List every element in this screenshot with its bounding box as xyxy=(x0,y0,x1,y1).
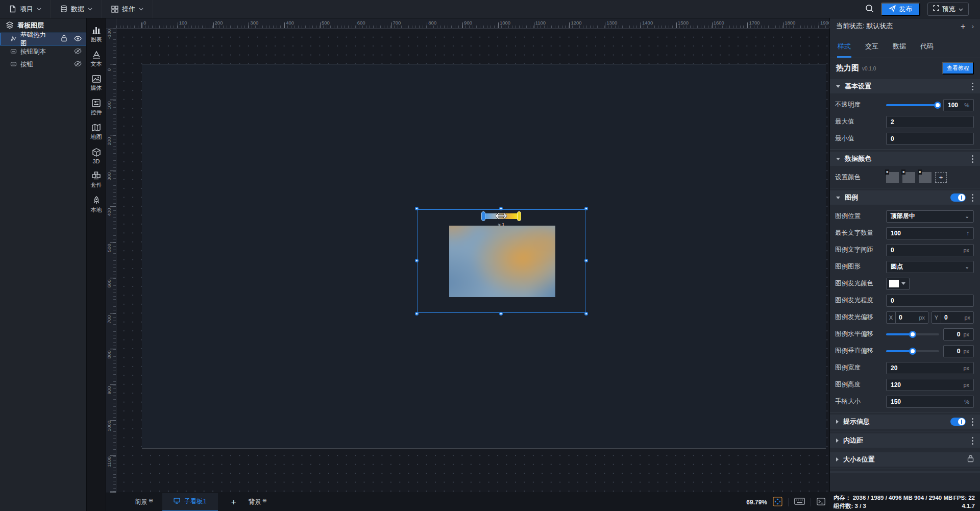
tool-text[interactable]: 文本 xyxy=(87,47,106,71)
tool-map[interactable]: 地图 xyxy=(87,120,106,144)
glow-offset-y-input[interactable]: Y0px xyxy=(932,311,974,324)
legend-h-offset-input[interactable]: 0px xyxy=(943,328,974,340)
remove-color-badge[interactable]: x xyxy=(885,169,889,175)
resize-handle-bottom-left[interactable] xyxy=(415,312,419,315)
tab-交互[interactable]: 交互 xyxy=(865,42,879,58)
publish-button[interactable]: 发布 xyxy=(881,3,920,16)
kebab-menu-icon[interactable] xyxy=(972,83,974,90)
add-dashboard-button[interactable]: + xyxy=(227,497,240,507)
collapse-caret-icon[interactable] xyxy=(836,420,839,424)
resize-handle-mid-left[interactable] xyxy=(415,259,419,262)
legend-text-gap-input[interactable]: 0px xyxy=(886,244,974,256)
add-color-button[interactable]: + xyxy=(935,172,947,183)
section-basic-settings[interactable]: 基本设置 xyxy=(830,79,980,93)
max-value-input[interactable]: 2 xyxy=(886,116,974,128)
resize-handle-bottom-right[interactable] xyxy=(584,312,588,315)
remove-color-badge[interactable]: x xyxy=(901,169,905,175)
data-color-chip[interactable]: x xyxy=(886,172,899,183)
canvas-viewport[interactable]: ≈ 1 xyxy=(116,29,829,493)
tab-样式[interactable]: 样式 xyxy=(837,42,851,58)
data-color-chip[interactable]: x xyxy=(902,172,915,183)
resize-handle-top-center[interactable] xyxy=(499,207,503,210)
tab-sub-dashboard[interactable]: 子看板1 xyxy=(162,493,217,511)
menu-data[interactable]: 数据 xyxy=(51,0,102,18)
menu-actions[interactable]: 操作 xyxy=(102,0,153,18)
handle-size-input[interactable]: 150% xyxy=(886,396,974,408)
legend-h-offset-slider[interactable] xyxy=(886,333,939,335)
min-value-input[interactable]: 0 xyxy=(886,133,974,145)
legend-v-offset-input[interactable]: 0px xyxy=(943,345,974,357)
kebab-menu-icon[interactable] xyxy=(972,437,974,445)
kebab-menu-icon[interactable] xyxy=(972,418,974,426)
tutorial-button[interactable]: 查看教程 xyxy=(942,62,974,75)
resize-handle-mid-right[interactable] xyxy=(584,259,588,262)
legend-width-input[interactable]: 20px xyxy=(886,362,974,374)
section-padding[interactable]: 内边距 xyxy=(830,433,980,448)
collapse-caret-icon[interactable] xyxy=(836,85,840,88)
section-tooltip[interactable]: 提示信息 xyxy=(830,415,980,429)
eye-off-icon[interactable] xyxy=(74,48,82,56)
background-button[interactable]: 背景 ⊕ xyxy=(249,498,267,506)
kebab-menu-icon[interactable] xyxy=(972,155,974,163)
legend-min-handle[interactable] xyxy=(481,211,485,221)
glow-offset-x-input[interactable]: X0px xyxy=(886,311,928,324)
legend-glow-amount-input[interactable]: 0 xyxy=(886,295,974,307)
legend-v-offset-slider[interactable] xyxy=(886,350,939,352)
add-background-icon[interactable]: ⊕ xyxy=(262,498,267,503)
layer-item[interactable]: 按钮 xyxy=(0,58,86,71)
resize-handle-top-right[interactable] xyxy=(584,207,588,210)
tab-数据[interactable]: 数据 xyxy=(892,42,906,58)
tool-chart[interactable]: 图表 xyxy=(87,22,106,47)
collapse-caret-icon[interactable] xyxy=(836,158,840,160)
section-data-colors[interactable]: 数据颜色 xyxy=(830,152,980,166)
opacity-slider[interactable] xyxy=(886,104,939,106)
data-color-chip[interactable]: x xyxy=(919,172,932,183)
legend-value-label: ≈ 1 xyxy=(481,222,521,227)
collapse-caret-icon[interactable] xyxy=(836,197,840,199)
legend-height-input[interactable]: 120px xyxy=(886,379,974,391)
eye-icon[interactable] xyxy=(74,36,82,43)
remove-color-badge[interactable]: x xyxy=(918,169,922,175)
tool-widget[interactable]: 控件 xyxy=(87,95,106,120)
tool-cube[interactable]: 3D xyxy=(87,144,106,168)
legend-toggle[interactable] xyxy=(950,193,966,202)
section-legend[interactable]: 图例 xyxy=(830,190,980,205)
chevron-right-icon[interactable]: › xyxy=(972,22,974,30)
tool-local[interactable]: 本地 xyxy=(87,192,106,217)
section-size-position[interactable]: 大小&位置 xyxy=(830,452,980,467)
resize-handle-bottom-center[interactable] xyxy=(499,312,503,315)
legend-max-handle[interactable] xyxy=(517,211,521,221)
resize-handle-top-left[interactable] xyxy=(415,207,419,210)
ruler-label: 400 xyxy=(286,20,294,26)
terminal-icon[interactable] xyxy=(817,498,825,507)
ruler-label: 100 xyxy=(179,20,187,26)
add-foreground-icon[interactable]: ⊕ xyxy=(149,498,153,503)
lock-icon[interactable] xyxy=(967,455,974,464)
eye-off-icon[interactable] xyxy=(74,61,82,68)
heatmap-legend[interactable]: ≈ 1 xyxy=(481,211,521,221)
legend-shape-select[interactable]: 圆点⌄ xyxy=(886,261,974,273)
legend-position-select[interactable]: 顶部居中⌄ xyxy=(886,210,974,223)
collapse-caret-icon[interactable] xyxy=(836,439,839,443)
legend-glow-color-picker[interactable] xyxy=(886,278,910,290)
collapse-caret-icon[interactable] xyxy=(836,457,839,461)
foreground-button[interactable]: 前景 ⊕ xyxy=(135,498,153,506)
unlock-icon[interactable] xyxy=(61,35,67,43)
opacity-input[interactable]: 100% xyxy=(943,99,974,111)
search-icon[interactable] xyxy=(865,4,874,14)
fit-to-screen-icon[interactable] xyxy=(773,497,782,508)
section-border[interactable]: 边框设置 xyxy=(830,471,980,473)
keyboard-icon[interactable] xyxy=(794,498,805,506)
tab-代码[interactable]: 代码 xyxy=(920,42,934,58)
layer-item[interactable]: 基础热力图 xyxy=(0,33,86,45)
tooltip-toggle[interactable] xyxy=(950,418,966,426)
preview-button[interactable]: 预览 xyxy=(927,3,969,16)
tool-media[interactable]: 媒体 xyxy=(87,71,106,95)
max-text-count-input[interactable]: 100↑ xyxy=(886,227,974,239)
tool-kit[interactable]: 套件 xyxy=(87,168,106,192)
add-state-button[interactable]: + xyxy=(961,22,966,31)
menu-project[interactable]: 项目 xyxy=(0,0,51,18)
kebab-menu-icon[interactable] xyxy=(972,194,974,202)
zoom-level[interactable]: 69.79% xyxy=(746,499,767,506)
layer-item[interactable]: 按钮副本 xyxy=(0,45,86,58)
